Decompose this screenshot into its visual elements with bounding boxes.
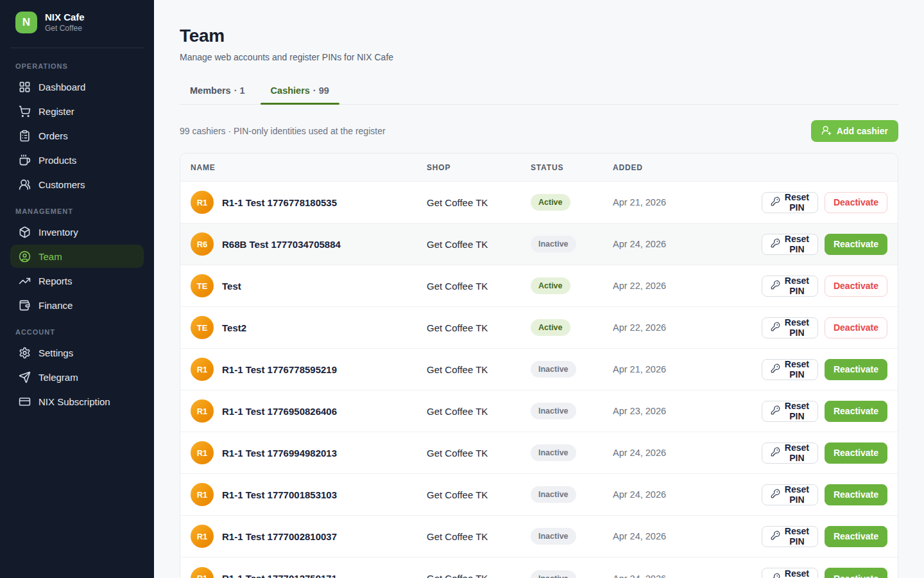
sidebar-item-telegram[interactable]: Telegram [10, 365, 144, 389]
added-date: Apr 21, 2026 [613, 197, 762, 207]
page-subtitle: Manage web accounts and register PINs fo… [180, 52, 898, 62]
sidebar-divider [10, 48, 144, 48]
user-circle-icon [18, 250, 31, 263]
tab-label: Cashiers [271, 85, 310, 96]
reset-pin-button[interactable]: Reset PIN [762, 401, 818, 422]
brand[interactable]: N NIX Cafe Get Coffee [10, 10, 144, 39]
added-date: Apr 24, 2026 [613, 448, 762, 458]
tab-count: · 99 [313, 85, 329, 96]
reset-pin-button[interactable]: Reset PIN [762, 234, 818, 255]
table-row[interactable]: R1 R1-1 Test 1776950826406 Get Coffee TK… [180, 390, 898, 432]
reactivate-button[interactable]: Reactivate [825, 526, 887, 547]
reactivate-button[interactable]: Reactivate [825, 568, 887, 578]
table-body: R1 R1-1 Test 1776778180535 Get Coffee TK… [180, 182, 898, 578]
cashier-name: R1-1 Test 1777002810037 [222, 531, 337, 542]
shop-name: Get Coffee TK [427, 531, 531, 542]
table-row[interactable]: R1 R1-1 Test 1776994982013 Get Coffee TK… [180, 432, 898, 474]
key-icon [771, 405, 780, 417]
sidebar-item-team[interactable]: Team [10, 245, 144, 268]
avatar: R6 [191, 232, 214, 256]
sidebar-item-inventory[interactable]: Inventory [10, 220, 144, 243]
shop-name: Get Coffee TK [427, 364, 531, 375]
sidebar-item-settings[interactable]: Settings [10, 341, 144, 364]
table-header-row: NAME SHOP STATUS ADDED [180, 153, 898, 182]
avatar: R1 [191, 399, 214, 423]
reactivate-button[interactable]: Reactivate [825, 359, 887, 380]
dashboard-icon [18, 80, 31, 93]
add-cashier-button[interactable]: Add cashier [811, 120, 898, 142]
table-row[interactable]: TE Test Get Coffee TK Active Apr 22, 202… [180, 265, 898, 307]
status-badge: Inactive [531, 361, 576, 378]
reset-pin-button[interactable]: Reset PIN [762, 442, 818, 464]
avatar: R1 [191, 441, 214, 464]
reset-pin-button[interactable]: Reset PIN [762, 276, 818, 297]
sidebar: N NIX Cafe Get Coffee OPERATIONS Dashboa… [0, 0, 154, 578]
sidebar-item-register[interactable]: Register [10, 100, 144, 123]
reactivate-button[interactable]: Reactivate [825, 401, 887, 422]
shop-name: Get Coffee TK [427, 406, 531, 417]
reset-pin-button[interactable]: Reset PIN [762, 568, 818, 578]
key-icon [771, 280, 780, 292]
reset-pin-button[interactable]: Reset PIN [762, 317, 818, 338]
reactivate-button[interactable]: Reactivate [825, 484, 887, 505]
cart-icon [18, 105, 31, 118]
key-icon [771, 197, 780, 208]
sidebar-item-orders[interactable]: Orders [10, 124, 144, 147]
credit-card-icon [18, 395, 31, 408]
sidebar-item-finance[interactable]: Finance [10, 293, 144, 317]
sidebar-item-products[interactable]: Products [10, 148, 144, 171]
sidebar-item-label: Dashboard [38, 82, 85, 92]
key-icon [771, 322, 780, 333]
sidebar-item-nix-subscription[interactable]: NIX Subscription [10, 390, 144, 413]
status-badge: Inactive [531, 236, 576, 252]
cashier-name: R1-1 Test 1777012759171 [222, 573, 337, 578]
cashier-name: Test [222, 281, 241, 292]
deactivate-button[interactable]: Deactivate [825, 192, 887, 213]
sidebar-item-customers[interactable]: Customers [10, 173, 144, 196]
status-badge: Inactive [531, 444, 576, 461]
table-row[interactable]: R1 R1-1 Test 1777001853103 Get Coffee TK… [180, 474, 898, 516]
paper-plane-icon [18, 371, 31, 383]
sidebar-item-label: Finance [38, 300, 73, 311]
sidebar-section-heading: MANAGEMENT [10, 205, 144, 219]
sidebar-item-label: Products [38, 155, 76, 166]
table-row[interactable]: R6 R68B Test 1777034705884 Get Coffee TK… [180, 223, 898, 265]
table-row[interactable]: R1 R1-1 Test 1777012759171 Get Coffee TK… [180, 557, 898, 578]
sidebar-item-label: Team [38, 251, 62, 262]
deactivate-button[interactable]: Deactivate [825, 276, 887, 297]
deactivate-button[interactable]: Deactivate [825, 317, 887, 338]
avatar: R1 [191, 525, 214, 548]
tab-cashiers[interactable]: Cashiers · 99 [261, 79, 339, 104]
sidebar-item-reports[interactable]: Reports [10, 269, 144, 292]
table-row[interactable]: R1 R1-1 Test 1777002810037 Get Coffee TK… [180, 516, 898, 557]
cashier-name: R1-1 Test 1776778180535 [222, 197, 337, 208]
reset-pin-button[interactable]: Reset PIN [762, 359, 818, 380]
reactivate-button[interactable]: Reactivate [825, 234, 887, 255]
tab-members[interactable]: Members · 1 [180, 79, 255, 104]
brand-name: NIX Cafe [45, 12, 85, 24]
table-row[interactable]: TE Test2 Get Coffee TK Active Apr 22, 20… [180, 307, 898, 349]
cashier-name: R1-1 Test 1776778595219 [222, 364, 337, 375]
sidebar-item-label: NIX Subscription [38, 396, 110, 407]
shop-name: Get Coffee TK [427, 448, 531, 459]
key-icon [771, 238, 780, 250]
added-date: Apr 24, 2026 [613, 574, 762, 578]
status-badge: Active [531, 319, 570, 336]
tab-label: Members [190, 85, 231, 96]
column-header-shop: SHOP [427, 163, 531, 172]
sidebar-item-dashboard[interactable]: Dashboard [10, 75, 144, 98]
shop-name: Get Coffee TK [427, 322, 531, 333]
table-row[interactable]: R1 R1-1 Test 1776778595219 Get Coffee TK… [180, 349, 898, 390]
reset-pin-button[interactable]: Reset PIN [762, 526, 818, 547]
key-icon [771, 447, 780, 459]
wallet-icon [18, 299, 31, 311]
reactivate-button[interactable]: Reactivate [825, 442, 887, 464]
reset-pin-button[interactable]: Reset PIN [762, 192, 818, 213]
users-icon [18, 178, 31, 191]
cashier-name: R1-1 Test 1777001853103 [222, 489, 337, 500]
key-icon [771, 489, 780, 500]
reset-pin-button[interactable]: Reset PIN [762, 484, 818, 505]
cashier-name: R1-1 Test 1776994982013 [222, 448, 337, 459]
table-row[interactable]: R1 R1-1 Test 1776778180535 Get Coffee TK… [180, 182, 898, 223]
added-date: Apr 22, 2026 [613, 281, 762, 291]
